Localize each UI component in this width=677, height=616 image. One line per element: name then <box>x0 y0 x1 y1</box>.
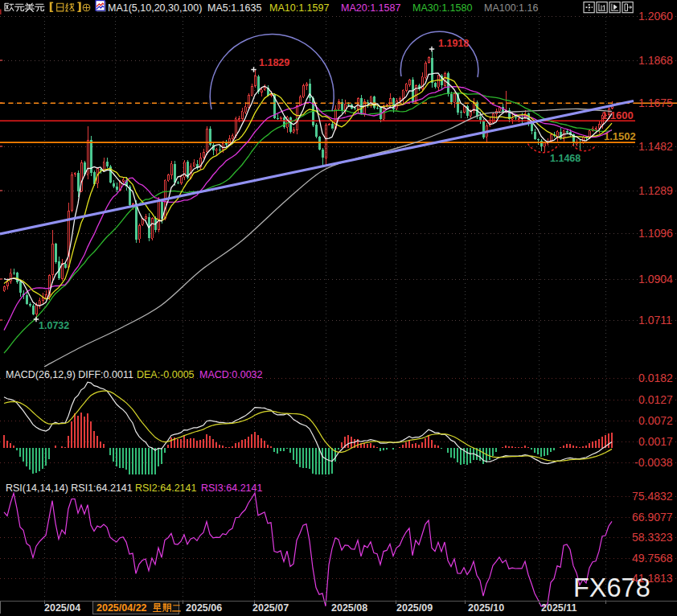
svg-text:1.0711: 1.0711 <box>638 314 672 326</box>
svg-text:1.1868: 1.1868 <box>638 54 673 67</box>
svg-text:2025/09: 2025/09 <box>396 602 433 614</box>
svg-text:2025/08: 2025/08 <box>331 602 367 614</box>
svg-text:41.1813: 41.1813 <box>632 572 673 585</box>
svg-text:1.1918: 1.1918 <box>438 38 469 49</box>
svg-text:MACD:0.0032: MACD:0.0032 <box>199 369 263 380</box>
svg-text:MA10:1.1597: MA10:1.1597 <box>269 2 329 14</box>
svg-text:1.2060: 1.2060 <box>638 10 673 23</box>
svg-text:1.1675: 1.1675 <box>638 97 673 109</box>
svg-text:1.0732: 1.0732 <box>39 320 69 331</box>
svg-text:66.9077: 66.9077 <box>632 511 673 524</box>
svg-text:1.0904: 1.0904 <box>638 273 673 285</box>
svg-text:DEA:-0.0005: DEA:-0.0005 <box>137 369 195 380</box>
svg-text:-0.0038: -0.0038 <box>634 456 673 469</box>
svg-text:0.0072: 0.0072 <box>638 414 673 427</box>
svg-text:2025/04/22: 2025/04/22 <box>96 602 147 614</box>
svg-text:0.0127: 0.0127 <box>638 393 673 406</box>
svg-text:2025/10: 2025/10 <box>468 602 504 614</box>
svg-text:2025/07: 2025/07 <box>252 602 289 614</box>
svg-text:1.1482: 1.1482 <box>638 140 673 153</box>
svg-text:MA20:1.1587: MA20:1.1587 <box>341 2 400 14</box>
svg-text:MA30:1.1580: MA30:1.1580 <box>412 2 472 14</box>
svg-text:1.1289: 1.1289 <box>638 184 673 197</box>
svg-text:RSI2:64.2141: RSI2:64.2141 <box>135 483 196 494</box>
svg-text:0.0182: 0.0182 <box>638 372 673 384</box>
svg-text:RSI(14,14,14) RSI1:64.2141: RSI(14,14,14) RSI1:64.2141 <box>6 483 133 494</box>
svg-text:0.0017: 0.0017 <box>638 435 673 448</box>
svg-text:2025/04: 2025/04 <box>44 602 80 614</box>
svg-text:MA1(5,10,20,30,100): MA1(5,10,20,30,100) <box>108 2 202 14</box>
svg-text:2025/11: 2025/11 <box>541 602 577 614</box>
svg-text:2025/06: 2025/06 <box>186 602 222 614</box>
svg-text:1.1829: 1.1829 <box>259 57 289 68</box>
svg-text:MA100:1.16: MA100:1.16 <box>484 2 538 14</box>
svg-text:MACD(26,12,9) DIFF:0.0011: MACD(26,12,9) DIFF:0.0011 <box>6 369 133 380</box>
svg-text:58.3323: 58.3323 <box>632 531 673 544</box>
svg-text:75.4832: 75.4832 <box>632 490 673 503</box>
svg-text:1.1096: 1.1096 <box>638 227 673 240</box>
svg-text:RSI3:64.2141: RSI3:64.2141 <box>201 483 262 494</box>
svg-text:1.1468: 1.1468 <box>550 153 581 164</box>
svg-text:49.7568: 49.7568 <box>632 552 673 565</box>
svg-text:MA5:1.1635: MA5:1.1635 <box>207 2 261 14</box>
